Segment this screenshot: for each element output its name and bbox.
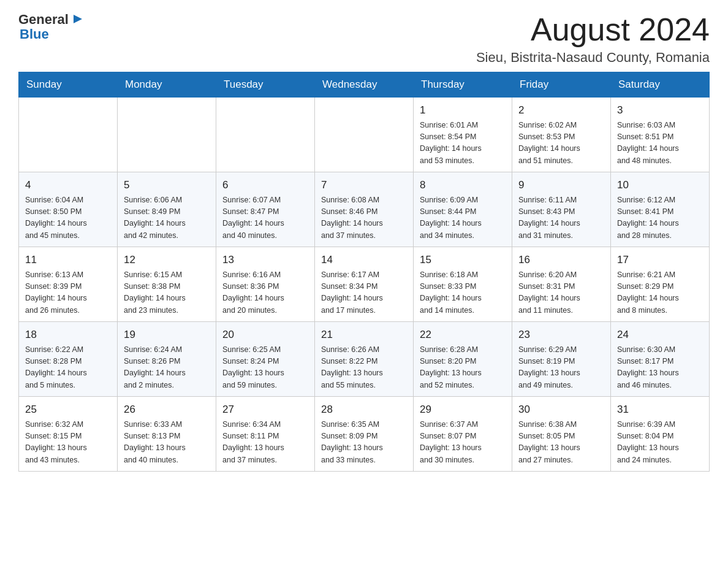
- day-number: 23: [518, 327, 604, 343]
- day-number: 1: [420, 102, 506, 118]
- day-number: 18: [25, 327, 111, 343]
- calendar-cell: 28Sunrise: 6:35 AM Sunset: 8:09 PM Dayli…: [315, 397, 414, 472]
- day-info: Sunrise: 6:18 AM Sunset: 8:33 PM Dayligh…: [420, 269, 506, 317]
- day-info: Sunrise: 6:17 AM Sunset: 8:34 PM Dayligh…: [321, 269, 407, 317]
- calendar-week-row: 4Sunrise: 6:04 AM Sunset: 8:50 PM Daylig…: [19, 172, 710, 247]
- day-number: 31: [617, 402, 703, 418]
- day-of-week-header: Thursday: [414, 72, 512, 98]
- day-of-week-header: Friday: [512, 72, 611, 98]
- day-of-week-header: Tuesday: [216, 72, 315, 98]
- calendar-cell: 14Sunrise: 6:17 AM Sunset: 8:34 PM Dayli…: [315, 247, 414, 322]
- calendar-cell: 12Sunrise: 6:15 AM Sunset: 8:38 PM Dayli…: [118, 247, 216, 322]
- calendar-cell: [216, 98, 315, 172]
- location-title: Sieu, Bistrita-Nasaud County, Romania: [476, 50, 710, 66]
- page-header: General Blue August 2024 Sieu, Bistrita-…: [18, 12, 710, 66]
- calendar-week-row: 1Sunrise: 6:01 AM Sunset: 8:54 PM Daylig…: [19, 98, 710, 172]
- day-number: 26: [124, 402, 210, 418]
- day-number: 11: [25, 252, 111, 268]
- calendar-cell: 2Sunrise: 6:02 AM Sunset: 8:53 PM Daylig…: [512, 98, 611, 172]
- calendar-cell: 27Sunrise: 6:34 AM Sunset: 8:11 PM Dayli…: [216, 397, 315, 472]
- day-info: Sunrise: 6:26 AM Sunset: 8:22 PM Dayligh…: [321, 344, 407, 392]
- calendar-cell: 23Sunrise: 6:29 AM Sunset: 8:19 PM Dayli…: [512, 322, 611, 397]
- calendar-cell: 17Sunrise: 6:21 AM Sunset: 8:29 PM Dayli…: [611, 247, 710, 322]
- day-info: Sunrise: 6:15 AM Sunset: 8:38 PM Dayligh…: [124, 269, 210, 317]
- day-number: 2: [518, 102, 604, 118]
- calendar-cell: 29Sunrise: 6:37 AM Sunset: 8:07 PM Dayli…: [414, 397, 512, 472]
- day-info: Sunrise: 6:32 AM Sunset: 8:15 PM Dayligh…: [25, 419, 111, 467]
- day-info: Sunrise: 6:24 AM Sunset: 8:26 PM Dayligh…: [124, 344, 210, 392]
- day-number: 7: [321, 177, 407, 193]
- day-info: Sunrise: 6:12 AM Sunset: 8:41 PM Dayligh…: [617, 194, 703, 242]
- calendar-cell: 21Sunrise: 6:26 AM Sunset: 8:22 PM Dayli…: [315, 322, 414, 397]
- day-of-week-header: Monday: [118, 72, 216, 98]
- day-info: Sunrise: 6:33 AM Sunset: 8:13 PM Dayligh…: [124, 419, 210, 467]
- calendar-cell: 9Sunrise: 6:11 AM Sunset: 8:43 PM Daylig…: [512, 172, 611, 247]
- day-number: 4: [25, 177, 111, 193]
- calendar-header-row: SundayMondayTuesdayWednesdayThursdayFrid…: [19, 72, 710, 98]
- day-number: 24: [617, 327, 703, 343]
- calendar-cell: 19Sunrise: 6:24 AM Sunset: 8:26 PM Dayli…: [118, 322, 216, 397]
- day-info: Sunrise: 6:34 AM Sunset: 8:11 PM Dayligh…: [222, 419, 308, 467]
- day-number: 10: [617, 177, 703, 193]
- calendar-cell: 1Sunrise: 6:01 AM Sunset: 8:54 PM Daylig…: [414, 98, 512, 172]
- calendar-cell: 3Sunrise: 6:03 AM Sunset: 8:51 PM Daylig…: [611, 98, 710, 172]
- day-info: Sunrise: 6:06 AM Sunset: 8:49 PM Dayligh…: [124, 194, 210, 242]
- calendar-cell: [315, 98, 414, 172]
- calendar-cell: 11Sunrise: 6:13 AM Sunset: 8:39 PM Dayli…: [19, 247, 118, 322]
- day-number: 5: [124, 177, 210, 193]
- day-of-week-header: Saturday: [611, 72, 710, 98]
- day-info: Sunrise: 6:02 AM Sunset: 8:53 PM Dayligh…: [518, 120, 604, 167]
- logo-arrow-icon: [71, 12, 85, 26]
- calendar-cell: 13Sunrise: 6:16 AM Sunset: 8:36 PM Dayli…: [216, 247, 315, 322]
- day-info: Sunrise: 6:08 AM Sunset: 8:46 PM Dayligh…: [321, 194, 407, 242]
- day-info: Sunrise: 6:07 AM Sunset: 8:47 PM Dayligh…: [222, 194, 308, 242]
- day-number: 28: [321, 402, 407, 418]
- day-info: Sunrise: 6:20 AM Sunset: 8:31 PM Dayligh…: [518, 269, 604, 317]
- day-info: Sunrise: 6:04 AM Sunset: 8:50 PM Dayligh…: [25, 194, 111, 242]
- day-number: 20: [222, 327, 308, 343]
- logo: General Blue: [18, 12, 85, 42]
- day-number: 21: [321, 327, 407, 343]
- day-info: Sunrise: 6:29 AM Sunset: 8:19 PM Dayligh…: [518, 344, 604, 392]
- calendar-cell: [19, 98, 118, 172]
- day-number: 16: [518, 252, 604, 268]
- logo-general: General: [18, 12, 69, 27]
- day-of-week-header: Sunday: [19, 72, 118, 98]
- calendar-cell: 31Sunrise: 6:39 AM Sunset: 8:04 PM Dayli…: [611, 397, 710, 472]
- calendar-week-row: 11Sunrise: 6:13 AM Sunset: 8:39 PM Dayli…: [19, 247, 710, 322]
- day-of-week-header: Wednesday: [315, 72, 414, 98]
- month-title: August 2024: [476, 12, 710, 47]
- calendar-cell: 4Sunrise: 6:04 AM Sunset: 8:50 PM Daylig…: [19, 172, 118, 247]
- day-info: Sunrise: 6:01 AM Sunset: 8:54 PM Dayligh…: [420, 120, 506, 167]
- day-info: Sunrise: 6:21 AM Sunset: 8:29 PM Dayligh…: [617, 269, 703, 317]
- day-number: 19: [124, 327, 210, 343]
- calendar-cell: 26Sunrise: 6:33 AM Sunset: 8:13 PM Dayli…: [118, 397, 216, 472]
- title-block: August 2024 Sieu, Bistrita-Nasaud County…: [476, 12, 710, 66]
- day-info: Sunrise: 6:30 AM Sunset: 8:17 PM Dayligh…: [617, 344, 703, 392]
- day-number: 14: [321, 252, 407, 268]
- calendar-cell: 5Sunrise: 6:06 AM Sunset: 8:49 PM Daylig…: [118, 172, 216, 247]
- day-number: 8: [420, 177, 506, 193]
- calendar-cell: [118, 98, 216, 172]
- calendar-cell: 8Sunrise: 6:09 AM Sunset: 8:44 PM Daylig…: [414, 172, 512, 247]
- day-info: Sunrise: 6:25 AM Sunset: 8:24 PM Dayligh…: [222, 344, 308, 392]
- day-info: Sunrise: 6:16 AM Sunset: 8:36 PM Dayligh…: [222, 269, 308, 317]
- day-info: Sunrise: 6:11 AM Sunset: 8:43 PM Dayligh…: [518, 194, 604, 242]
- day-number: 9: [518, 177, 604, 193]
- day-number: 30: [518, 402, 604, 418]
- calendar-cell: 22Sunrise: 6:28 AM Sunset: 8:20 PM Dayli…: [414, 322, 512, 397]
- day-info: Sunrise: 6:03 AM Sunset: 8:51 PM Dayligh…: [617, 120, 703, 167]
- calendar-cell: 20Sunrise: 6:25 AM Sunset: 8:24 PM Dayli…: [216, 322, 315, 397]
- calendar-cell: 15Sunrise: 6:18 AM Sunset: 8:33 PM Dayli…: [414, 247, 512, 322]
- day-number: 27: [222, 402, 308, 418]
- calendar-cell: 16Sunrise: 6:20 AM Sunset: 8:31 PM Dayli…: [512, 247, 611, 322]
- calendar-cell: 24Sunrise: 6:30 AM Sunset: 8:17 PM Dayli…: [611, 322, 710, 397]
- day-number: 6: [222, 177, 308, 193]
- day-number: 29: [420, 402, 506, 418]
- day-number: 17: [617, 252, 703, 268]
- day-info: Sunrise: 6:39 AM Sunset: 8:04 PM Dayligh…: [617, 419, 703, 467]
- day-info: Sunrise: 6:37 AM Sunset: 8:07 PM Dayligh…: [420, 419, 506, 467]
- calendar-cell: 6Sunrise: 6:07 AM Sunset: 8:47 PM Daylig…: [216, 172, 315, 247]
- calendar-table: SundayMondayTuesdayWednesdayThursdayFrid…: [18, 72, 710, 472]
- calendar-cell: 7Sunrise: 6:08 AM Sunset: 8:46 PM Daylig…: [315, 172, 414, 247]
